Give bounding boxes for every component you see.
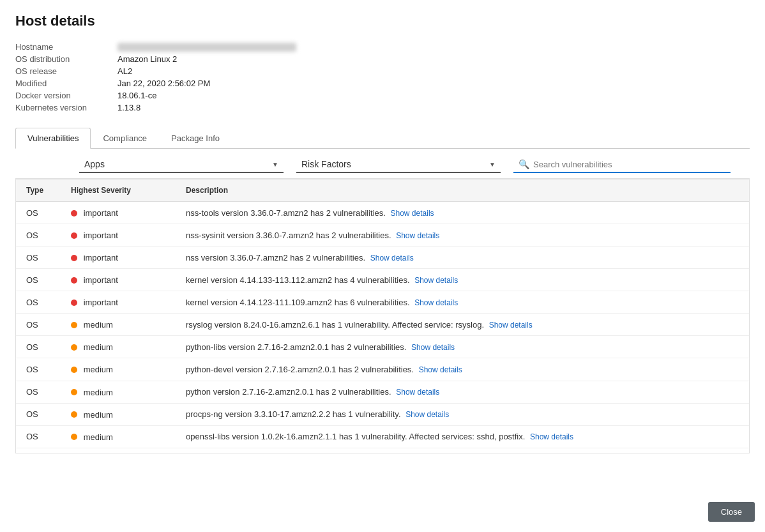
cell-description: openssl-libs version 1.0.2k-16.amzn2.1.1… bbox=[176, 425, 749, 448]
cell-type: OS bbox=[16, 425, 61, 448]
show-details-link[interactable]: Show details bbox=[396, 231, 439, 240]
cell-type: OS bbox=[16, 336, 61, 358]
cell-severity: medium bbox=[61, 448, 176, 453]
cell-type: OS bbox=[16, 358, 61, 381]
show-details-link[interactable]: Show details bbox=[530, 432, 573, 441]
severity-text: medium bbox=[84, 432, 113, 442]
cell-type: OS bbox=[16, 314, 61, 336]
hostname-row: Hostname bbox=[15, 42, 750, 52]
os-release-label: OS release bbox=[15, 66, 117, 76]
description-text: rsyslog version 8.24.0-16.amzn2.6.1 has … bbox=[186, 320, 484, 330]
cell-severity: medium bbox=[61, 358, 176, 381]
severity-text: important bbox=[84, 231, 118, 240]
docker-version-label: Docker version bbox=[15, 91, 117, 100]
table-row: OS medium python-devel version 2.7.16-2.… bbox=[16, 358, 749, 381]
vulnerabilities-table: Type Highest Severity Description OS imp… bbox=[16, 179, 749, 453]
cell-description: nss-tools version 3.36.0-7.amzn2 has 2 v… bbox=[176, 202, 749, 224]
cell-type: OS bbox=[16, 291, 61, 314]
show-details-link[interactable]: Show details bbox=[489, 321, 533, 330]
close-button-container: Close bbox=[708, 502, 755, 522]
hostname-label: Hostname bbox=[15, 42, 117, 52]
show-details-link[interactable]: Show details bbox=[370, 254, 414, 262]
table-row: OS important nss-sysinit version 3.36.0-… bbox=[16, 224, 749, 247]
table-row: OS medium openssl-libs version 1.0.2k-16… bbox=[16, 425, 749, 448]
tab-vulnerabilities[interactable]: Vulnerabilities bbox=[15, 128, 91, 149]
severity-dot bbox=[71, 367, 77, 373]
docker-version-row: Docker version 18.06.1-ce bbox=[15, 91, 750, 100]
cell-description: python-libs version 2.7.16-2.amzn2.0.1 h… bbox=[176, 336, 749, 358]
table-header-row: Type Highest Severity Description bbox=[16, 179, 749, 202]
os-distribution-row: OS distribution Amazon Linux 2 bbox=[15, 54, 750, 64]
show-details-link[interactable]: Show details bbox=[414, 298, 458, 307]
kubernetes-version-value: 1.13.8 bbox=[117, 103, 140, 112]
show-details-link[interactable]: Show details bbox=[419, 365, 462, 374]
table-row: OS medium rsyslog version 8.24.0-16.amzn… bbox=[16, 314, 749, 336]
cell-description: python-devel version 2.7.16-2.amzn2.0.1 … bbox=[176, 358, 749, 381]
risk-dropdown-arrow: ▼ bbox=[489, 161, 496, 168]
tabs: Vulnerabilities Compliance Package Info bbox=[15, 128, 750, 149]
cell-severity: medium bbox=[61, 403, 176, 425]
search-input[interactable] bbox=[533, 160, 725, 169]
description-text: procps-ng version 3.3.10-17.amzn2.2.2 ha… bbox=[186, 409, 401, 419]
cell-severity: medium bbox=[61, 425, 176, 448]
severity-text: important bbox=[84, 253, 118, 262]
table-row: OS important kernel version 4.14.133-113… bbox=[16, 269, 749, 291]
description-text: kernel version 4.14.133-113.112.amzn2 ha… bbox=[186, 275, 410, 285]
severity-text: important bbox=[84, 208, 118, 218]
cell-description: nss-sysinit version 3.36.0-7.amzn2 has 2… bbox=[176, 224, 749, 247]
table-row: OS important nss-tools version 3.36.0-7.… bbox=[16, 202, 749, 224]
description-text: nss version 3.36.0-7.amzn2 has 2 vulnera… bbox=[186, 253, 365, 262]
severity-dot bbox=[71, 434, 77, 440]
vulnerabilities-table-container: Type Highest Severity Description OS imp… bbox=[15, 179, 750, 453]
cell-type: OS bbox=[16, 224, 61, 247]
severity-dot bbox=[71, 411, 77, 418]
apps-dropdown-arrow: ▼ bbox=[272, 161, 278, 168]
cell-description: kernel version 4.14.133-113.112.amzn2 ha… bbox=[176, 269, 749, 291]
severity-dot bbox=[71, 255, 77, 261]
description-text: nss-sysinit version 3.36.0-7.amzn2 has 2… bbox=[186, 231, 391, 240]
close-button[interactable]: Close bbox=[708, 502, 755, 522]
cell-type: OS bbox=[16, 381, 61, 403]
show-details-link[interactable]: Show details bbox=[411, 343, 455, 352]
severity-dot bbox=[71, 389, 77, 395]
col-severity: Highest Severity bbox=[61, 179, 176, 202]
cell-description: kernel version 4.14.123-111.109.amzn2 ha… bbox=[176, 291, 749, 314]
severity-text: medium bbox=[84, 410, 113, 420]
modified-row: Modified Jan 22, 2020 2:56:02 PM bbox=[15, 79, 750, 88]
show-details-link[interactable]: Show details bbox=[396, 388, 439, 397]
risk-dropdown[interactable]: Risk Factors ▼ bbox=[296, 156, 501, 173]
severity-text: medium bbox=[84, 365, 113, 375]
os-distribution-value: Amazon Linux 2 bbox=[117, 54, 177, 64]
tab-package-info[interactable]: Package Info bbox=[159, 128, 232, 149]
kubernetes-version-row: Kubernetes version 1.13.8 bbox=[15, 103, 750, 112]
description-text: kernel version 4.14.123-111.109.amzn2 ha… bbox=[186, 298, 410, 307]
severity-dot bbox=[71, 300, 77, 306]
tab-compliance[interactable]: Compliance bbox=[91, 128, 159, 149]
cell-description: nss version 3.36.0-7.amzn2 has 2 vulnera… bbox=[176, 247, 749, 269]
page-container: Host details Hostname OS distribution Am… bbox=[0, 0, 765, 466]
cell-severity: medium bbox=[61, 336, 176, 358]
cell-description: python version 2.7.16-2.amzn2.0.1 has 2 … bbox=[176, 381, 749, 403]
show-details-link[interactable]: Show details bbox=[391, 209, 434, 218]
col-description: Description bbox=[176, 179, 749, 202]
severity-dot bbox=[71, 232, 77, 239]
show-details-link[interactable]: Show details bbox=[414, 276, 458, 285]
cell-severity: important bbox=[61, 224, 176, 247]
severity-dot bbox=[71, 277, 77, 284]
show-details-link[interactable]: Show details bbox=[405, 410, 449, 419]
docker-version-value: 18.06.1-ce bbox=[117, 91, 156, 100]
search-box: 🔍 bbox=[513, 156, 731, 173]
cell-type: OS bbox=[16, 448, 61, 453]
host-info: Hostname OS distribution Amazon Linux 2 … bbox=[15, 42, 750, 112]
severity-dot bbox=[71, 210, 77, 217]
description-text: python-libs version 2.7.16-2.amzn2.0.1 h… bbox=[186, 342, 406, 352]
description-text: openssl-libs version 1.0.2k-16.amzn2.1.1… bbox=[186, 432, 525, 441]
cell-type: OS bbox=[16, 202, 61, 224]
os-release-row: OS release AL2 bbox=[15, 66, 750, 76]
col-type: Type bbox=[16, 179, 61, 202]
severity-text: medium bbox=[84, 320, 113, 330]
cell-type: OS bbox=[16, 403, 61, 425]
table-row: OS medium openssl version 1.0.2k-16.amzn… bbox=[16, 448, 749, 453]
apps-dropdown[interactable]: Apps ▼ bbox=[79, 156, 284, 173]
cell-type: OS bbox=[16, 247, 61, 269]
